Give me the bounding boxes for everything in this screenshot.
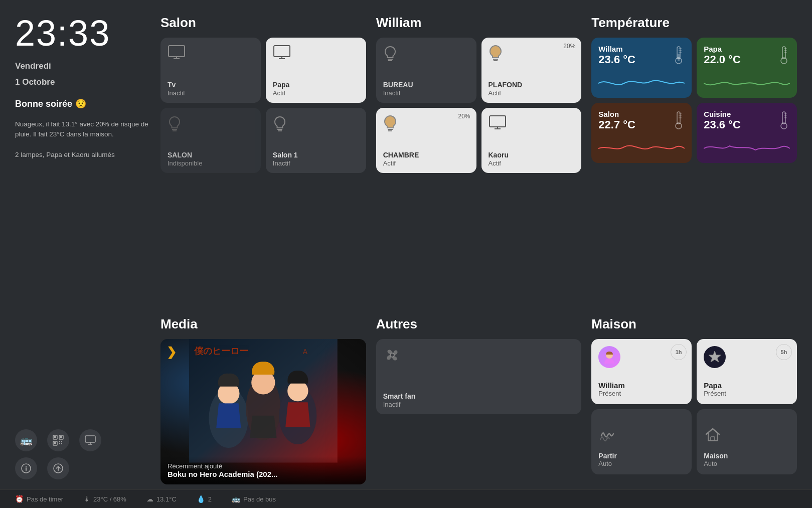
- temp-william-label: Willam: [598, 45, 635, 53]
- media-section: Media: [160, 316, 366, 484]
- thermometer-icon-salon: [673, 110, 685, 132]
- svg-text:A: A: [303, 348, 308, 356]
- date-full: 1 Octobre: [15, 77, 150, 87]
- svg-rect-1: [54, 436, 56, 438]
- temp-papa-value: 22.0 °C: [704, 53, 741, 66]
- tile-plafond-status: Actif: [489, 89, 523, 97]
- svg-rect-7: [61, 441, 62, 442]
- tv-icon-kaoru: [489, 115, 507, 134]
- autres-tiles: Smart fan Inactif: [376, 339, 582, 414]
- bulb-icon-salon: [168, 115, 182, 137]
- wave-icon: [598, 426, 685, 448]
- temp-tile-william[interactable]: Willam 23.6 °C: [591, 38, 692, 98]
- tile-plafond-label: PLAFOND: [489, 81, 523, 89]
- william-title: William: [376, 15, 582, 31]
- fan-icon: [383, 346, 401, 368]
- svg-text:僕のヒーロー: 僕のヒーロー: [194, 346, 248, 356]
- svg-rect-8: [59, 443, 60, 444]
- person-tile-papa[interactable]: 5h Papa Présent: [697, 339, 797, 404]
- svg-rect-70: [711, 437, 715, 441]
- salon-tiles: Tv Inactif: [160, 38, 366, 173]
- temp-humidity-text: 23°C / 68%: [93, 495, 126, 503]
- media-title-content: Boku no Hero Academia (202...: [168, 470, 359, 478]
- bus-text: Pas de bus: [243, 495, 276, 503]
- tile-smartfan[interactable]: Smart fan Inactif: [376, 339, 582, 414]
- tv-icon-papa: [273, 45, 291, 64]
- info-icon[interactable]: [15, 457, 37, 479]
- action-partir[interactable]: Partir Auto: [591, 409, 692, 474]
- tile-salon-light[interactable]: SALON Indisponible: [160, 108, 261, 173]
- tile-plafond[interactable]: 20% PLAFOND Actif: [481, 38, 582, 103]
- tile-chambre[interactable]: 20% CHAMBRE Actif: [376, 108, 476, 173]
- papa-badge: 5h: [776, 344, 792, 360]
- temp-salon-value: 22.7 °C: [598, 118, 635, 131]
- tv-icon: [168, 45, 186, 64]
- maison-sublabel: Auto: [704, 460, 790, 467]
- tile-papa-salon[interactable]: Papa Actif: [266, 38, 366, 103]
- william-badge: 1h: [671, 344, 687, 360]
- sections-row-top: Salon Tv Inactif: [160, 15, 797, 311]
- person-tile-william[interactable]: 1h William Présent: [591, 339, 692, 404]
- status-bus: 🚌 Pas de bus: [232, 495, 276, 503]
- temp-tile-papa[interactable]: Papa 22.0 °C: [697, 38, 797, 98]
- william-name: William: [598, 381, 685, 390]
- date-day: Vendredi: [15, 61, 150, 71]
- status-lamps: 💧 2: [197, 495, 212, 503]
- weather-text: Nuageux, il fait 13.1° avec 20% de risqu…: [15, 119, 150, 140]
- tile-kaoru-status: Actif: [489, 159, 509, 167]
- media-subtitle: Récemment ajouté: [168, 462, 359, 470]
- william-section: William BUREAU Inacti: [376, 15, 582, 311]
- tile-chambre-status: Actif: [383, 159, 419, 167]
- upload-icon[interactable]: [47, 457, 69, 479]
- temperature-title: Température: [591, 15, 797, 31]
- svg-rect-5: [54, 442, 56, 444]
- main-content: Salon Tv Inactif: [160, 15, 797, 489]
- papa-status: Présent: [704, 390, 790, 397]
- tile-bureau-label: BUREAU: [383, 81, 413, 89]
- temp-cuisine-label: Cuisine: [704, 110, 741, 118]
- qr-icon[interactable]: [47, 429, 69, 451]
- papa-avatar: [704, 346, 726, 368]
- cloud-icon: ☁: [146, 495, 153, 503]
- temp-william-value: 23.6 °C: [598, 53, 635, 66]
- svg-rect-18: [169, 46, 185, 57]
- maison-grid: 1h William Présent: [591, 339, 797, 474]
- bus-icon[interactable]: 🚌: [15, 429, 37, 451]
- lamp-count-text: 2: [208, 495, 212, 503]
- temp-tile-salon[interactable]: Salon 22.7 °C: [591, 103, 692, 163]
- maison-action-label: Maison: [704, 452, 790, 460]
- tile-chambre-label: CHAMBRE: [383, 151, 419, 159]
- outside-temp-text: 13.1°C: [156, 495, 177, 503]
- tile-kaoru[interactable]: Kaoru Actif: [481, 108, 582, 173]
- thermometer-icon: [673, 45, 685, 68]
- svg-marker-69: [709, 351, 721, 362]
- thermometer-small-icon: 🌡: [83, 495, 90, 503]
- svg-rect-9: [61, 443, 62, 444]
- tile-tv[interactable]: Tv Inactif: [160, 38, 261, 103]
- plex-arrow: ❯: [167, 345, 177, 359]
- media-card[interactable]: 僕のヒーロー A ❯ Récemment ajouté Boku no Hero…: [160, 339, 366, 484]
- temperature-tiles: Willam 23.6 °C: [591, 38, 797, 163]
- bulb-icon-salon1: [273, 115, 287, 137]
- svg-rect-34: [490, 116, 506, 127]
- screen-icon[interactable]: [79, 429, 101, 451]
- tile-salon1[interactable]: Salon 1 Inactif: [266, 108, 366, 173]
- autres-title: Autres: [376, 316, 582, 332]
- tile-tv-label: Tv: [168, 81, 185, 89]
- partir-label: Partir: [598, 452, 685, 460]
- temp-tile-cuisine[interactable]: Cuisine 23.6 °C: [697, 103, 797, 163]
- bulb-icon-bureau: [383, 45, 397, 67]
- timer-text: Pas de timer: [27, 495, 63, 503]
- bulb-icon-chambre: [383, 115, 397, 137]
- svg-rect-21: [274, 46, 290, 57]
- thermometer-icon-papa: [778, 45, 790, 67]
- tile-plafond-percent: 20%: [563, 43, 575, 50]
- temp-salon-label: Salon: [598, 110, 635, 118]
- action-maison[interactable]: Maison Auto: [697, 409, 797, 474]
- bulb-icon-plafond: [489, 45, 503, 67]
- tile-smartfan-status: Inactif: [383, 401, 416, 408]
- tile-bureau-status: Inactif: [383, 89, 413, 97]
- tile-bureau[interactable]: BUREAU Inactif: [376, 38, 476, 103]
- tile-smartfan-label: Smart fan: [383, 392, 416, 401]
- svg-rect-10: [85, 436, 95, 442]
